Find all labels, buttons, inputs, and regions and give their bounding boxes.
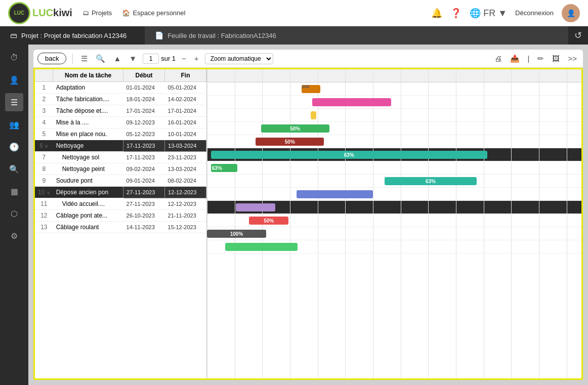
back-button[interactable]: back	[37, 53, 66, 64]
toolbar: back ☰ 🔍 ▲ ▼ sur 1 − + Zoom automatique …	[33, 50, 583, 68]
project-tab[interactable]: 🗃 Projet : Projet de fabrication A12346	[0, 26, 145, 45]
row-name: Tâche dépose et....	[53, 105, 123, 117]
gantt-bar[interactable]	[312, 98, 391, 106]
worksheet-icon: 📄	[155, 31, 163, 39]
row-name: Tâche fabrication....	[53, 94, 123, 105]
deconnexion-link[interactable]: Déconnexion	[515, 9, 554, 17]
col-fin: Fin	[165, 69, 206, 82]
gantt-bar[interactable]	[297, 190, 373, 198]
row-name: Câblage pont ate...	[53, 210, 123, 222]
zoom-plus-button[interactable]: +	[192, 53, 201, 64]
gantt-bar[interactable]: 50%	[261, 124, 329, 133]
row-debut: 01-01-2024	[123, 82, 165, 94]
sidebar-network[interactable]: ⬡	[5, 204, 23, 223]
gantt-bar[interactable]	[225, 243, 298, 251]
row-name: Vidéo accueil....	[53, 198, 123, 210]
row-fin: 08-02-2024	[165, 175, 206, 187]
row-debut: 27-11-2023	[123, 198, 165, 210]
zoom-select[interactable]: Zoom automatique	[205, 53, 273, 64]
row-debut: 18-01-2024	[123, 94, 165, 105]
sidebar-history[interactable]: 🕐	[5, 138, 23, 156]
row-num: 2	[35, 94, 53, 105]
zoom-minus-button[interactable]: −	[180, 53, 188, 64]
page-input[interactable]	[143, 54, 159, 64]
row-num: 6 ∨	[35, 140, 53, 152]
row-fin: 05-01-2024	[165, 82, 206, 94]
row-name: Dépose ancien pon	[53, 187, 123, 198]
project-label: Projet : Projet de fabrication A12346	[21, 32, 127, 39]
export-button[interactable]: 📤	[508, 53, 522, 64]
logo[interactable]: LUC LUCkiwi	[8, 2, 72, 24]
gantt-bar[interactable]: 63%	[211, 151, 487, 159]
print-button[interactable]: 🖨	[492, 53, 504, 64]
col-name: Nom de la tâche	[53, 69, 123, 82]
toolbar-right: 🖨 📤 | ✏ 🖼 >>	[492, 53, 579, 64]
gantt-bar[interactable]: 63%	[385, 177, 477, 185]
chevron-up-button[interactable]: ▲	[111, 53, 123, 64]
col-debut: Début	[123, 69, 165, 82]
gantt-inner: Nom de la tâche Début Fin 1Adaptation01-…	[35, 69, 581, 378]
sidebar-toggle-button[interactable]: ☰	[79, 53, 90, 64]
row-debut: 26-10-2023	[123, 210, 165, 222]
projets-link[interactable]: 🗂 Projets	[82, 9, 112, 17]
row-fin: 13-03-2024	[165, 163, 206, 175]
row-name: Nettoyage	[53, 140, 123, 152]
gantt-bar[interactable]: 63%	[211, 164, 237, 172]
row-num: 9	[35, 175, 53, 187]
chevron-down-button[interactable]: ▼	[127, 53, 139, 64]
help-icon[interactable]: ❓	[450, 8, 461, 19]
row-fin: 10-01-2024	[165, 129, 206, 140]
sidebar-table[interactable]: ▦	[5, 182, 23, 200]
language-selector[interactable]: 🌐 FR ▼	[470, 8, 507, 19]
sidebar-settings[interactable]: ⚙	[5, 227, 23, 245]
secondary-bar: 🗃 Projet : Projet de fabrication A12346 …	[0, 26, 588, 45]
zoom-out-button[interactable]: 🔍	[94, 53, 107, 64]
page-nav: sur 1	[143, 54, 176, 64]
gantt-wrapper: Nom de la tâche Début Fin 1Adaptation01-…	[33, 68, 583, 380]
sidebar-list[interactable]: ☰	[5, 93, 23, 111]
page-total-label: sur 1	[161, 55, 176, 62]
row-name: Mise à la ....	[53, 117, 123, 129]
gantt-bar[interactable]: 50%	[249, 217, 288, 225]
avatar[interactable]: 👤	[562, 4, 580, 22]
row-debut: 05-12-2023	[123, 129, 165, 140]
gantt-bar[interactable]	[311, 111, 316, 119]
image-button[interactable]: 🖼	[550, 53, 562, 64]
edit-button[interactable]: ✏	[535, 53, 546, 64]
row-num: 8	[35, 163, 53, 175]
sidebar-person[interactable]: 👥	[5, 115, 23, 134]
nav-right: 🔔 ❓ 🌐 FR ▼ Déconnexion 👤	[431, 4, 580, 22]
row-fin: 21-11-2023	[165, 210, 206, 222]
main-content: back ☰ 🔍 ▲ ▼ sur 1 − + Zoom automatique …	[28, 45, 588, 385]
row-fin: 14-02-2024	[165, 94, 206, 105]
espace-personnel-link[interactable]: 🏠 Espace personnel	[122, 9, 185, 17]
gantt-bar[interactable]: 50%	[256, 138, 324, 146]
row-fin: 17-01-2024	[165, 105, 206, 117]
row-num: 12	[35, 210, 53, 222]
gantt-chart: 10050%50%63%63%63%50%100%	[207, 69, 581, 378]
sidebar-search[interactable]: 🔍	[5, 160, 23, 178]
row-num: 7	[35, 152, 53, 163]
worksheet-tab[interactable]: 📄 Feuille de travail : FabricationA12346	[145, 26, 568, 45]
row-fin: 13-03-2024	[165, 140, 206, 152]
gantt-bar[interactable]: 100%	[207, 230, 266, 238]
gantt-bar[interactable]	[236, 203, 275, 211]
row-name: Nettoyage peint	[53, 163, 123, 175]
left-sidebar: ⏱ 👤 ☰ 👥 🕐 🔍 ▦ ⬡ ⚙	[0, 45, 28, 385]
row-name: Câblage roulant	[53, 222, 123, 233]
gantt-bar[interactable]: 100	[302, 85, 320, 93]
sidebar-user[interactable]: 👤	[5, 71, 23, 89]
project-icon: 🗃	[10, 31, 17, 39]
row-debut: 09-12-2023	[123, 117, 165, 129]
logo-icon: LUC	[8, 2, 30, 24]
cursor-button[interactable]: |	[526, 53, 532, 64]
more-button[interactable]: >>	[566, 53, 579, 64]
row-fin: 16-01-2024	[165, 117, 206, 129]
logo-text: LUCkiwi	[32, 7, 72, 19]
row-num: 3	[35, 105, 53, 117]
notification-icon[interactable]: 🔔	[431, 8, 442, 19]
history-button[interactable]: ↺	[568, 26, 588, 45]
row-debut: 14-11-2023	[123, 222, 165, 233]
sidebar-clock[interactable]: ⏱	[5, 49, 23, 67]
worksheet-label: Feuille de travail : FabricationA12346	[167, 32, 276, 39]
